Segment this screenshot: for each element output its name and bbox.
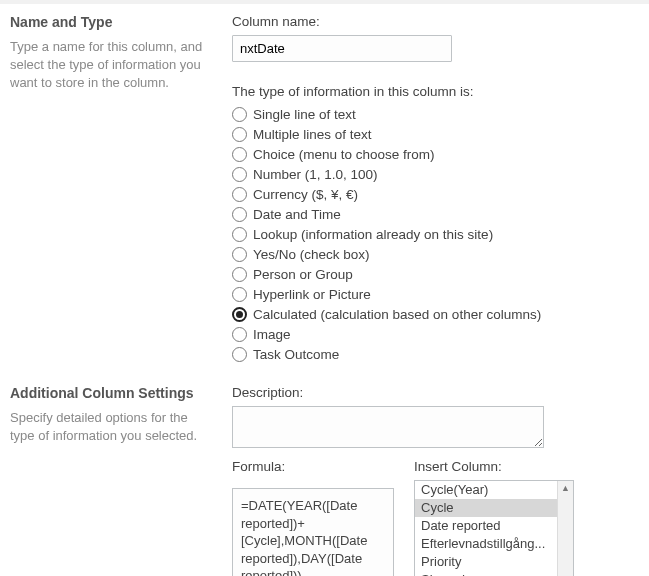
radio-label: Choice (menu to choose from) xyxy=(253,147,435,162)
radio-label: Image xyxy=(253,327,291,342)
radio-label: Currency ($, ¥, €) xyxy=(253,187,358,202)
radio-icon[interactable] xyxy=(232,307,247,322)
column-type-radio-group: Single line of textMultiple lines of tex… xyxy=(232,105,637,365)
formula-label: Formula: xyxy=(232,459,394,474)
radio-row-column-type[interactable]: Single line of text xyxy=(232,105,637,125)
radio-icon[interactable] xyxy=(232,147,247,162)
radio-label: Hyperlink or Picture xyxy=(253,287,371,302)
radio-row-column-type[interactable]: Currency ($, ¥, €) xyxy=(232,185,637,205)
radio-label: Yes/No (check box) xyxy=(253,247,370,262)
radio-row-column-type[interactable]: Lookup (information already on this site… xyxy=(232,225,637,245)
section-title-name-type: Name and Type xyxy=(10,14,210,30)
radio-row-column-type[interactable]: Image xyxy=(232,325,637,345)
section-desc-additional: Specify detailed options for the type of… xyxy=(10,409,210,445)
insert-column-option[interactable]: Skapad xyxy=(415,571,557,576)
radio-icon[interactable] xyxy=(232,327,247,342)
radio-label: Person or Group xyxy=(253,267,353,282)
radio-label: Single line of text xyxy=(253,107,356,122)
section-title-additional: Additional Column Settings xyxy=(10,385,210,401)
section-desc-name-type: Type a name for this column, and select … xyxy=(10,38,210,93)
radio-label: Multiple lines of text xyxy=(253,127,372,142)
insert-column-option[interactable]: Efterlevnadstillgång... xyxy=(415,535,557,553)
radio-icon[interactable] xyxy=(232,107,247,122)
formula-textarea[interactable]: =DATE(YEAR([Date reported])+[Cycle],MONT… xyxy=(232,488,394,576)
radio-label: Task Outcome xyxy=(253,347,339,362)
radio-label: Calculated (calculation based on other c… xyxy=(253,307,541,322)
radio-icon[interactable] xyxy=(232,287,247,302)
radio-icon[interactable] xyxy=(232,227,247,242)
radio-row-column-type[interactable]: Hyperlink or Picture xyxy=(232,285,637,305)
description-label: Description: xyxy=(232,385,637,400)
radio-row-column-type[interactable]: Person or Group xyxy=(232,265,637,285)
radio-icon[interactable] xyxy=(232,207,247,222)
insert-column-option[interactable]: Cycle xyxy=(415,499,557,517)
radio-icon[interactable] xyxy=(232,127,247,142)
radio-row-column-type[interactable]: Task Outcome xyxy=(232,345,637,365)
radio-icon[interactable] xyxy=(232,267,247,282)
radio-row-column-type[interactable]: Multiple lines of text xyxy=(232,125,637,145)
radio-row-column-type[interactable]: Number (1, 1.0, 100) xyxy=(232,165,637,185)
radio-icon[interactable] xyxy=(232,187,247,202)
insert-column-label: Insert Column: xyxy=(414,459,574,474)
column-name-input[interactable] xyxy=(232,35,452,62)
radio-row-column-type[interactable]: Choice (menu to choose from) xyxy=(232,145,637,165)
section-additional-settings: Additional Column Settings Specify detai… xyxy=(10,385,637,576)
radio-icon[interactable] xyxy=(232,247,247,262)
radio-label: Lookup (information already on this site… xyxy=(253,227,493,242)
description-textarea[interactable] xyxy=(232,406,544,448)
insert-column-option[interactable]: Date reported xyxy=(415,517,557,535)
radio-row-column-type[interactable]: Calculated (calculation based on other c… xyxy=(232,305,637,325)
column-name-label: Column name: xyxy=(232,14,637,29)
section-name-and-type: Name and Type Type a name for this colum… xyxy=(10,14,637,365)
radio-label: Number (1, 1.0, 100) xyxy=(253,167,378,182)
insert-column-listbox[interactable]: Cycle(Year)CycleDate reportedEfterlevnad… xyxy=(414,480,574,576)
scroll-up-icon[interactable]: ▲ xyxy=(558,481,573,495)
radio-label: Date and Time xyxy=(253,207,341,222)
insert-column-option[interactable]: Priority xyxy=(415,553,557,571)
insert-column-option[interactable]: Cycle(Year) xyxy=(415,481,557,499)
radio-icon[interactable] xyxy=(232,167,247,182)
scrollbar[interactable]: ▲ xyxy=(557,481,573,576)
radio-row-column-type[interactable]: Yes/No (check box) xyxy=(232,245,637,265)
radio-icon[interactable] xyxy=(232,347,247,362)
type-prompt: The type of information in this column i… xyxy=(232,84,637,99)
radio-row-column-type[interactable]: Date and Time xyxy=(232,205,637,225)
